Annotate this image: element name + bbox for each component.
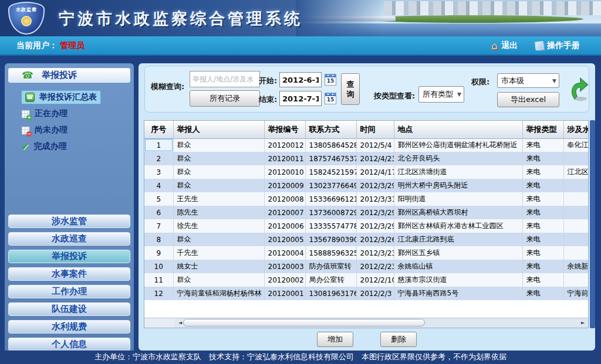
table-row[interactable]: 11群众20120002局办公室转2012/2/10慈溪市宗汉街道来电 (144, 273, 589, 287)
table-row[interactable]: 1群众20120012138058645282012/5/4鄞州区钟公庙街道铜盆… (144, 138, 589, 152)
query-button[interactable]: 查询 (341, 73, 360, 105)
sidebar-item-label: 举报投诉汇总表 (39, 92, 97, 103)
table-cell (563, 273, 589, 287)
module-work-handling[interactable]: 工作办理 (8, 285, 130, 298)
table-cell: 宁海县环南西路5号 (394, 287, 522, 300)
column-header[interactable]: 举报人 (173, 121, 264, 138)
table-cell: 2012/4/23 (356, 152, 394, 165)
horizontal-scrollbar-thumb[interactable] (183, 319, 425, 326)
permission-select[interactable]: 市本级 ▼ (497, 73, 559, 88)
table-cell: 江北区宅 (563, 165, 589, 179)
table-cell (563, 192, 589, 206)
table-cell: 陈先生 (173, 206, 264, 219)
module-water-patrol[interactable]: 水政巡查 (8, 232, 130, 246)
delete-button[interactable]: 删除 (380, 332, 417, 347)
module-team-building[interactable]: 队伍建设 (8, 302, 130, 316)
table-cell: 20120004 (264, 246, 305, 260)
table-cell (563, 246, 589, 260)
sidebar-item-in-progress[interactable]: + 正在办理 (21, 106, 134, 122)
table-row[interactable]: 4群众20120009130237766492012/3/29明州大桥中房码头附… (144, 179, 589, 192)
table-cell: 来电 (522, 152, 563, 165)
module-water-cases[interactable]: 水事案件 (8, 267, 130, 281)
column-header[interactable]: 联系方式 (305, 121, 356, 138)
sidebar-item-complaint-summary[interactable]: ☎ 举报投诉汇总表 (21, 89, 134, 106)
column-header[interactable]: 地点 (394, 121, 522, 138)
table-cell (563, 206, 589, 219)
scroll-right-icon[interactable]: ► (579, 318, 587, 328)
current-user-value: 管理员 (60, 40, 85, 51)
table-cell: 来电 (522, 219, 563, 233)
manual-label: 操作手册 (547, 40, 580, 51)
fuzzy-query-input[interactable] (190, 71, 260, 87)
start-date-input[interactable] (279, 72, 322, 87)
table-row[interactable]: 7徐先生20120006133355747782012/3/29鄞州区古林镇葑水… (144, 219, 589, 233)
table-cell: 7 (144, 219, 173, 233)
module-water-supervision[interactable]: 涉水监管 (8, 215, 130, 228)
table-row[interactable]: 2群众20120011187574675372012/4/23北仑开良码头来电 (144, 152, 589, 165)
table-cell: 20120001 (264, 287, 305, 300)
table-row[interactable]: 5王先生20120008153366961212012/3/31阳明街道来电 (144, 192, 589, 206)
all-records-button[interactable]: 所有记录 (190, 90, 260, 107)
table-row[interactable]: 3群众20120010158245215972012/4/17江北区洪塘街道来电… (144, 165, 589, 179)
table-cell: 15336696121 (305, 192, 356, 206)
vertical-scrollbar[interactable] (590, 120, 595, 328)
table-cell: 20120008 (264, 192, 305, 206)
table-cell: 江北区洪塘街道 (394, 165, 522, 179)
end-calendar-icon[interactable]: 15 (325, 93, 336, 104)
module-water-fees[interactable]: 水利规费 (8, 320, 130, 334)
module-personal-info[interactable]: 个人信息 (8, 338, 130, 351)
sidebar-item-not-processed[interactable]: − 尚未办理 (21, 122, 134, 138)
manual-button[interactable]: 操作手册 (535, 40, 580, 51)
table-cell: 宁海前童镇栢湖杨村杨伟林 (173, 287, 264, 300)
export-excel-button[interactable]: 导出excel (497, 92, 559, 107)
table-cell: 2 (144, 152, 173, 165)
logout-button[interactable]: ⌂ 退出 (491, 40, 518, 52)
column-header[interactable]: 举报类型 (522, 121, 563, 138)
end-date-input[interactable] (279, 91, 322, 106)
column-header[interactable]: 举报编号 (264, 121, 305, 138)
column-header[interactable]: 时间 (356, 121, 394, 138)
table-row[interactable]: 6陈先生20120007137360087292012/3/29鄞州区高桥镇大西… (144, 206, 589, 219)
table-cell: 13335574778 (305, 219, 356, 233)
sidebar-item-completed[interactable]: ✔ 完成办理 (21, 138, 134, 155)
table-row[interactable]: 10姚女士20120003防办值班室转2012/2/23余姚临山镇来电余姚新奄 (144, 260, 589, 273)
table-cell: 13081963176 (305, 287, 356, 300)
table-cell: 1 (144, 138, 173, 152)
refresh-icon[interactable] (569, 76, 589, 104)
table-cell: 宁海前溪 (563, 287, 589, 300)
table-row[interactable]: 12宁海前童镇栢湖杨村杨伟林20120001130819631762012/2/… (144, 287, 589, 300)
type-filter-select[interactable]: 所有类型 ▼ (418, 86, 464, 103)
table-cell: 来电 (522, 287, 563, 300)
logo-text: 水政监察 (9, 6, 43, 13)
module-complaints[interactable]: 举报投诉 (8, 250, 130, 263)
type-filter-value: 所有类型 (423, 89, 453, 100)
sidebar-section-title: 举报投诉 (42, 70, 77, 81)
horizontal-scrollbar[interactable]: ◄ ► (144, 318, 588, 328)
column-header[interactable]: 涉及水域 (563, 121, 589, 138)
table-remove-icon: − (21, 126, 30, 135)
sidebar-item-label: 尚未办理 (35, 125, 67, 135)
add-button[interactable]: 增加 (317, 332, 353, 347)
column-header[interactable]: 序号 (144, 121, 173, 138)
table-cell: 来电 (522, 233, 563, 246)
table-row[interactable]: 9千先生20120004158885963252012/3/23鄞州区五乡镇来电 (144, 246, 589, 260)
table-cell: 20120011 (264, 152, 305, 165)
table-add-icon: + (21, 110, 30, 118)
table-cell: 20120005 (264, 233, 305, 246)
table-cell: 来电 (522, 192, 563, 206)
cityscape-image (296, 0, 601, 36)
footer: 主办单位：宁波市水政监察支队 技术支持：宁波弘泰水利信息科技有限公司 本图行政区… (0, 351, 601, 364)
table-cell: 姚女士 (173, 260, 264, 273)
table-cell: 余姚临山镇 (394, 260, 522, 273)
table-cell: 来电 (522, 273, 563, 287)
start-calendar-icon[interactable]: 15 (325, 74, 336, 86)
chevron-down-icon: ▼ (552, 78, 556, 84)
permission-label: 权限: (471, 77, 489, 87)
table-cell: 防办值班室转 (305, 260, 356, 273)
table-cell: 群众 (173, 152, 264, 165)
table-cell: 20120006 (264, 219, 305, 233)
table-cell: 11 (144, 273, 173, 287)
table-cell (563, 179, 589, 192)
logo-emblem-icon (21, 16, 32, 26)
table-row[interactable]: 8群众20120005135678903902012/3/26江北康庄北路到底来… (144, 233, 589, 246)
